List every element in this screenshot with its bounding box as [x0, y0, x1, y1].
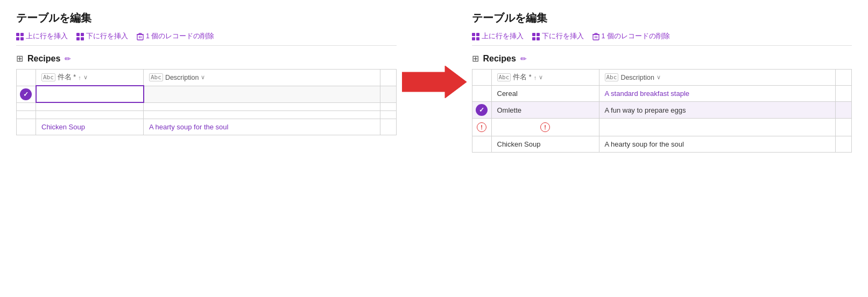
- left-row4-name-cell[interactable]: Chicken Soup: [36, 119, 144, 135]
- left-row4-name-value: Chicken Soup: [41, 123, 85, 131]
- left-desc-col-label: Description: [165, 74, 199, 81]
- right-insert-below-button[interactable]: 下に行を挿入: [532, 32, 584, 41]
- right-row1-extra-cell: [836, 86, 852, 102]
- svg-rect-18: [537, 33, 540, 36]
- right-row4-name-value: Chicken Soup: [497, 140, 541, 148]
- right-row2-checked-icon: [476, 104, 488, 116]
- right-th-desc[interactable]: Abc Description ∨: [599, 70, 836, 86]
- right-row2-checkbox-cell[interactable]: [472, 102, 491, 119]
- right-trash-icon: [592, 33, 599, 40]
- svg-rect-0: [16, 33, 19, 36]
- right-row4-checkbox-cell[interactable]: [472, 136, 491, 153]
- left-row1-name-input[interactable]: [42, 90, 138, 98]
- right-desc-col-label: Description: [620, 74, 654, 81]
- left-insert-above-button[interactable]: 上に行を挿入: [16, 32, 68, 41]
- svg-rect-1: [20, 33, 24, 36]
- right-row2-name-value: Omlette: [497, 106, 522, 114]
- left-delete-button[interactable]: 1 個のレコードの削除: [137, 32, 214, 41]
- left-row3-desc-cell[interactable]: [144, 111, 380, 119]
- left-row4-desc-cell[interactable]: A hearty soup for the soul: [144, 119, 380, 135]
- left-row2-name-cell[interactable]: [36, 102, 144, 111]
- left-table-edit-icon[interactable]: ✏: [65, 54, 71, 63]
- right-desc-chevron-icon: ∨: [657, 74, 661, 81]
- right-table-row: Chicken Soup A hearty soup for the soul: [472, 136, 852, 153]
- left-insert-below-button[interactable]: 下に行を挿入: [76, 32, 128, 41]
- right-row4-extra-cell: [836, 136, 852, 153]
- insert-above-icon: [16, 33, 24, 40]
- left-row1-checked-icon: [20, 88, 32, 100]
- left-row3-name-cell[interactable]: [36, 111, 144, 119]
- svg-rect-2: [16, 37, 19, 40]
- left-row1-checkbox-cell[interactable]: [17, 86, 36, 102]
- right-name-col-label: 件名 *: [513, 73, 531, 82]
- right-insert-above-label: 上に行を挿入: [482, 32, 524, 41]
- svg-rect-3: [20, 37, 24, 40]
- right-row1-name-cell[interactable]: Cereal: [491, 86, 599, 102]
- right-table-row: ! !: [472, 119, 852, 136]
- right-panel: テーブルを編集 上に行を挿入 下に行を挿入: [472, 11, 852, 153]
- right-th-name[interactable]: Abc 件名 * ↑ ∨: [491, 70, 599, 86]
- left-table-title-row: ⊞ Recipes ✏: [16, 53, 397, 64]
- right-row2-desc-value: A fun way to prepare eggs: [605, 106, 686, 114]
- right-name-sort-icon: ↑: [534, 74, 537, 81]
- right-row2-name-cell[interactable]: Omlette: [491, 102, 599, 119]
- right-th-checkbox: [472, 70, 491, 86]
- left-row1-desc-cell[interactable]: [144, 86, 380, 102]
- right-row2-extra-cell: [836, 102, 852, 119]
- right-row3-name-error-icon: !: [540, 122, 550, 132]
- right-insert-below-icon: [532, 33, 540, 40]
- left-row4-checkbox-cell[interactable]: [17, 119, 36, 135]
- left-table-row: Chicken Soup A hearty soup for the soul: [17, 119, 397, 135]
- right-row2-desc-cell[interactable]: A fun way to prepare eggs: [599, 102, 836, 119]
- right-table-name: Recipes: [483, 54, 516, 64]
- left-table-row: [17, 86, 397, 102]
- left-row2-desc-cell[interactable]: [144, 102, 380, 111]
- left-row3-extra-cell: [380, 111, 396, 119]
- right-row1-checkbox-cell[interactable]: [472, 86, 491, 102]
- svg-rect-7: [81, 37, 84, 40]
- right-row4-name-cell[interactable]: Chicken Soup: [491, 136, 599, 153]
- svg-rect-14: [476, 33, 479, 36]
- svg-rect-16: [476, 37, 479, 40]
- right-row4-desc-cell[interactable]: A hearty soup for the soul: [599, 136, 836, 153]
- left-table: Abc 件名 * ↑ ∨ Abc Description ∨: [16, 69, 397, 135]
- left-panel: テーブルを編集 上に行を挿入 下に行を挿入: [16, 11, 397, 153]
- right-table: Abc 件名 * ↑ ∨ Abc Description ∨: [472, 69, 852, 153]
- left-th-desc[interactable]: Abc Description ∨: [144, 70, 380, 86]
- svg-rect-13: [472, 33, 475, 36]
- right-row1-desc-value: A standard breakfast staple: [605, 89, 690, 98]
- right-name-col-icon: Abc: [497, 73, 511, 81]
- right-row3-desc-cell[interactable]: [599, 119, 836, 136]
- right-insert-above-icon: [472, 33, 479, 40]
- svg-rect-6: [76, 37, 80, 40]
- left-insert-above-label: 上に行を挿入: [26, 32, 68, 41]
- left-table-row: [17, 111, 397, 119]
- left-row4-extra-cell: [380, 119, 396, 135]
- left-name-col-label: 件名 *: [58, 73, 76, 82]
- right-page-title: テーブルを編集: [472, 11, 852, 25]
- right-row1-desc-cell[interactable]: A standard breakfast staple: [599, 86, 836, 102]
- right-th-extra: [836, 70, 852, 86]
- right-name-chevron-icon: ∨: [539, 74, 543, 81]
- right-insert-below-label: 下に行を挿入: [542, 32, 584, 41]
- left-row2-checkbox-cell[interactable]: [17, 102, 36, 111]
- right-table-row: Cereal A standard breakfast staple: [472, 86, 852, 102]
- left-row1-name-cell[interactable]: [36, 86, 144, 102]
- left-th-checkbox: [17, 70, 36, 86]
- left-page-title: テーブルを編集: [16, 11, 397, 25]
- left-row3-checkbox-cell[interactable]: [17, 111, 36, 119]
- right-insert-above-button[interactable]: 上に行を挿入: [472, 32, 524, 41]
- left-name-chevron-icon: ∨: [83, 74, 88, 81]
- right-row3-checkbox-cell[interactable]: !: [472, 119, 491, 136]
- right-table-edit-icon[interactable]: ✏: [520, 54, 527, 63]
- left-th-name[interactable]: Abc 件名 * ↑ ∨: [36, 70, 144, 86]
- left-toolbar: 上に行を挿入 下に行を挿入 1 個のレコードの削除: [16, 32, 397, 46]
- left-name-sort-icon: ↑: [78, 74, 81, 81]
- left-insert-below-label: 下に行を挿入: [86, 32, 128, 41]
- right-desc-col-icon: Abc: [605, 73, 619, 81]
- right-delete-button[interactable]: 1 個のレコードの削除: [592, 32, 670, 41]
- right-row3-name-cell[interactable]: !: [491, 119, 599, 136]
- svg-rect-20: [537, 37, 540, 40]
- right-delete-label: 1 個のレコードの削除: [602, 32, 670, 41]
- left-table-icon: ⊞: [16, 53, 23, 64]
